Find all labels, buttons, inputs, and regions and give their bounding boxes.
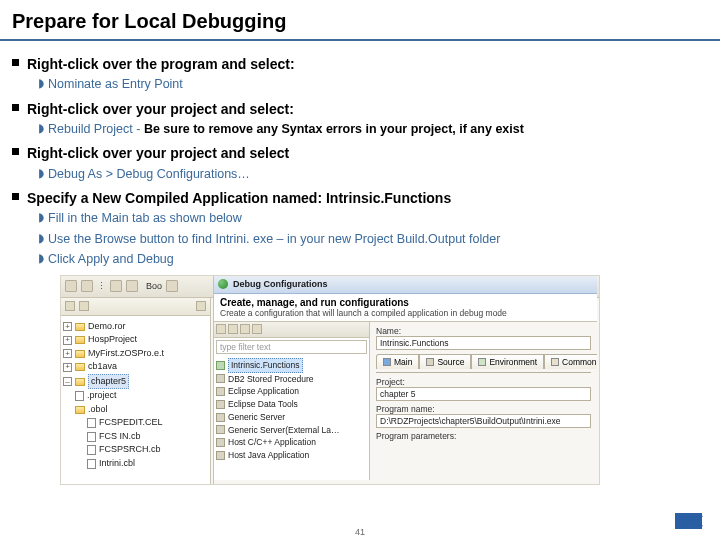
config-item[interactable]: Host C/C++ Application: [228, 436, 316, 449]
tree-node[interactable]: FCSPSRCH.cb: [99, 443, 161, 457]
config-item-selected[interactable]: Intrinsic.Functions: [228, 358, 303, 373]
square-bullet-icon: [12, 59, 19, 66]
tree-node-selected[interactable]: chapter5: [88, 374, 129, 390]
tree-node[interactable]: HospProject: [88, 333, 137, 347]
config-item[interactable]: Eclipse Application: [228, 385, 299, 398]
folder-icon: [75, 323, 85, 331]
source-tab-icon: [426, 358, 434, 366]
filter-icon[interactable]: [252, 324, 262, 334]
duplicate-icon[interactable]: [228, 324, 238, 334]
program-field[interactable]: D:\RDZProjects\chapter5\BuildOutput\Intr…: [376, 414, 591, 428]
tool-icon[interactable]: [65, 301, 75, 311]
project-tree[interactable]: +Demo.ror +HospProject +MyFirst.zOSPro.e…: [61, 316, 210, 475]
window-header: Create, manage, and run configurations C…: [214, 294, 597, 322]
tool-icon[interactable]: [110, 280, 122, 292]
expand-icon[interactable]: +: [63, 336, 72, 345]
bullet-4c-text: Click Apply and Debug: [48, 251, 174, 269]
square-bullet-icon: [12, 104, 19, 111]
window-title-text: Debug Configurations: [233, 279, 328, 289]
bullet-2a-text: Rebuild Project - Be sure to remove any …: [48, 121, 524, 139]
ibm-logo: IBM: [675, 512, 702, 530]
bullet-4: Specify a New Compiled Application named…: [12, 189, 716, 207]
tab-environment[interactable]: Environment: [471, 354, 544, 369]
tab-main[interactable]: Main: [376, 354, 419, 369]
bullet-3a: ◗ Debug As > Debug Configurations…: [38, 166, 716, 184]
config-item[interactable]: Generic Server: [228, 411, 285, 424]
tool-icon[interactable]: [65, 280, 77, 292]
arrow-icon: ◗: [38, 231, 44, 245]
tree-node[interactable]: .obol: [88, 403, 108, 417]
app-icon: [216, 438, 225, 447]
tab-main-label: Main: [394, 357, 412, 367]
window-body: type filter text Intrinsic.Functions DB2…: [214, 322, 597, 480]
config-item[interactable]: Host Java Application: [228, 449, 309, 462]
expand-icon[interactable]: +: [63, 363, 72, 372]
arrow-icon: ◗: [38, 166, 44, 180]
name-field[interactable]: Intrinsic.Functions: [376, 336, 591, 350]
bullet-1: Right-click over the program and select:: [12, 55, 716, 73]
project-field[interactable]: chapter 5: [376, 387, 591, 401]
config-form: Name: Intrinsic.Functions Main Source En…: [370, 322, 597, 480]
page-number: 41: [0, 527, 720, 537]
tree-node[interactable]: FCS IN.cb: [99, 430, 141, 444]
ide-screenshot: ⋮ Boo +Demo.ror +HospProject +MyFirst.zO…: [60, 275, 600, 485]
arrow-icon: ◗: [38, 251, 44, 265]
window-subheading: Create a configuration that will launch …: [220, 308, 591, 318]
app-icon: [216, 413, 225, 422]
tab-underline: [376, 372, 591, 373]
tool-icon[interactable]: [79, 301, 89, 311]
bullet-4-text: Specify a New Compiled Application named…: [27, 189, 451, 207]
tool-icon[interactable]: [81, 280, 93, 292]
tab-source[interactable]: Source: [419, 354, 471, 369]
tab-env-label: Environment: [489, 357, 537, 367]
app-icon: [216, 374, 225, 383]
bullet-2: Right-click over your project and select…: [12, 100, 716, 118]
delete-icon[interactable]: [240, 324, 250, 334]
folder-icon: [75, 363, 85, 371]
config-tree[interactable]: Intrinsic.Functions DB2 Stored Procedure…: [214, 356, 369, 464]
tree-node[interactable]: cb1ava: [88, 360, 117, 374]
tool-icon[interactable]: [126, 280, 138, 292]
env-tab-icon: [478, 358, 486, 366]
app-icon: [216, 400, 225, 409]
app-icon: [216, 425, 225, 434]
project-explorer: +Demo.ror +HospProject +MyFirst.zOSPro.e…: [61, 298, 211, 484]
window-titlebar: Debug Configurations: [214, 276, 597, 294]
collapse-icon[interactable]: –: [63, 377, 72, 386]
file-icon: [87, 418, 96, 428]
tree-node[interactable]: .project: [87, 389, 117, 403]
project-label: Project:: [376, 377, 591, 387]
tool-icon[interactable]: [196, 301, 206, 311]
folder-icon: [75, 406, 85, 414]
expand-icon[interactable]: +: [63, 349, 72, 358]
tree-node[interactable]: Demo.ror: [88, 320, 126, 334]
tree-node[interactable]: MyFirst.zOSPro.e.t: [88, 347, 164, 361]
square-bullet-icon: [12, 148, 19, 155]
config-item[interactable]: Generic Server(External La…: [228, 424, 340, 437]
bullet-2-text: Right-click over your project and select…: [27, 100, 294, 118]
bullet-3: Right-click over your project and select: [12, 144, 716, 162]
config-item[interactable]: Eclipse Data Tools: [228, 398, 298, 411]
perspective-label: Boo: [146, 281, 162, 291]
expand-icon[interactable]: +: [63, 322, 72, 331]
filter-input[interactable]: type filter text: [216, 340, 367, 354]
bullet-3-text: Right-click over your project and select: [27, 144, 289, 162]
app-icon: [216, 361, 225, 370]
arrow-icon: ◗: [38, 76, 44, 90]
bullet-4b: ◗ Use the Browse button to find Intrini.…: [38, 231, 716, 249]
tab-common[interactable]: Common: [544, 354, 597, 369]
params-label: Program parameters:: [376, 431, 591, 441]
tree-node[interactable]: FCSPEDIT.CEL: [99, 416, 163, 430]
debug-config-window: Debug Configurations Create, manage, and…: [213, 276, 597, 484]
tool-icon[interactable]: [166, 280, 178, 292]
bullet-3a-text: Debug As > Debug Configurations…: [48, 166, 250, 184]
config-item[interactable]: DB2 Stored Procedure: [228, 373, 314, 386]
bullet-2a-bold: Be sure to remove any Syntax errors in y…: [144, 122, 524, 136]
new-icon[interactable]: [216, 324, 226, 334]
tree-node[interactable]: Intrini.cbl: [99, 457, 135, 471]
file-icon: [87, 445, 96, 455]
file-icon: [75, 391, 84, 401]
program-label: Program name:: [376, 404, 591, 414]
bullet-1-text: Right-click over the program and select:: [27, 55, 295, 73]
app-icon: [216, 387, 225, 396]
